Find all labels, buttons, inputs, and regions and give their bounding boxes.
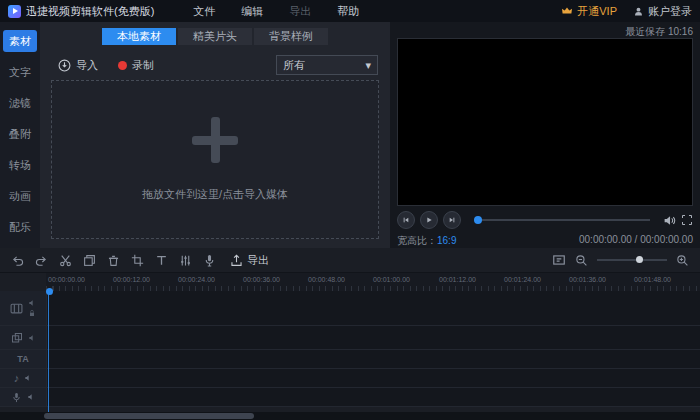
menu-help[interactable]: 帮助 — [337, 4, 359, 19]
crown-icon — [561, 5, 573, 17]
track-mute-icon[interactable] — [28, 299, 36, 307]
sidebar-item-overlay[interactable]: 叠附 — [3, 123, 37, 145]
timeline-ruler[interactable]: 00:00:00.00 00:00:12.00 00:00:24.00 00:0… — [46, 273, 700, 292]
track-mute-icon[interactable] — [24, 374, 32, 382]
voice-track-header[interactable] — [0, 388, 47, 406]
aspect-ratio-label: 宽高比： — [397, 235, 437, 246]
tab-background-samples[interactable]: 背景样例 — [254, 28, 328, 45]
delete-icon[interactable] — [106, 253, 121, 268]
open-vip-button[interactable]: 开通VIP — [561, 4, 617, 19]
timeline-tracks: TA ♪ — [0, 291, 700, 412]
playhead-line[interactable] — [48, 291, 49, 412]
tab-local-media[interactable]: 本地素材 — [102, 28, 176, 45]
zoom-slider[interactable] — [597, 259, 667, 261]
ruler-label: 00:01:24.00 — [504, 276, 541, 283]
timeline-zoom-controls — [551, 253, 690, 268]
sidebar-item-transition[interactable]: 转场 — [3, 154, 37, 176]
titlebar: 迅捷视频剪辑软件(免费版) 文件 编辑 导出 帮助 开通VIP 账户登录 — [0, 0, 700, 22]
aspect-ratio: 宽高比：16:9 — [397, 234, 456, 248]
redo-icon[interactable] — [34, 253, 49, 268]
track-mute-icon[interactable] — [27, 393, 35, 401]
music-track-lane[interactable] — [47, 369, 700, 387]
text-tool-icon[interactable] — [154, 253, 169, 268]
ruler-label: 00:00:24.00 — [178, 276, 215, 283]
text-track[interactable]: TA — [0, 350, 700, 369]
overlay-track[interactable] — [0, 326, 700, 350]
volume-icon[interactable] — [663, 214, 676, 227]
play-button[interactable] — [420, 211, 438, 229]
import-icon — [58, 59, 71, 72]
sidebar-item-media[interactable]: 素材 — [3, 30, 37, 52]
media-drop-area[interactable]: 拖放文件到这里/点击导入媒体 — [51, 80, 379, 239]
undo-icon[interactable] — [10, 253, 25, 268]
video-track-header[interactable] — [0, 291, 47, 325]
import-button[interactable]: 导入 — [58, 58, 98, 73]
sidebar-item-filter[interactable]: 滤镜 — [3, 92, 37, 114]
user-icon — [633, 6, 644, 17]
chevron-down-icon: ▾ — [365, 59, 371, 72]
overlay-track-header[interactable] — [0, 326, 47, 349]
preview-info-row: 宽高比：16:9 00:00:00.00 / 00:00:00.00 — [397, 234, 693, 248]
overlay-track-lane[interactable] — [47, 326, 700, 349]
media-filter-dropdown[interactable]: 所有 ▾ — [276, 55, 378, 75]
ruler-label: 00:00:00.00 — [48, 276, 85, 283]
fullscreen-icon[interactable] — [681, 214, 693, 226]
overlay-layers-icon — [11, 332, 23, 344]
record-label: 录制 — [132, 58, 154, 73]
microphone-icon[interactable] — [202, 253, 217, 268]
split-scissors-icon[interactable] — [58, 253, 73, 268]
text-track-icon: TA — [17, 354, 28, 364]
zoom-slider-handle[interactable] — [636, 256, 643, 263]
track-lock-icon[interactable] — [28, 309, 36, 317]
track-mute-icon[interactable] — [28, 334, 36, 342]
menu-edit[interactable]: 编辑 — [241, 4, 263, 19]
music-track-header[interactable]: ♪ — [0, 369, 47, 387]
fit-timeline-icon[interactable] — [551, 253, 566, 268]
export-button[interactable]: 导出 — [230, 253, 269, 268]
timeline-section: 导出 00:00:00.00 00:00:12.00 — [0, 248, 700, 420]
sidebar-item-animation[interactable]: 动画 — [3, 185, 37, 207]
scrollbar-thumb[interactable] — [44, 413, 254, 419]
next-frame-button[interactable] — [443, 211, 461, 229]
ruler-label: 00:00:12.00 — [113, 276, 150, 283]
seek-bar[interactable] — [474, 219, 650, 221]
drop-hint-text: 拖放文件到这里/点击导入媒体 — [142, 187, 288, 202]
film-icon — [10, 302, 23, 315]
sidebar-item-music[interactable]: 配乐 — [3, 216, 37, 238]
ruler-label: 00:01:48.00 — [634, 276, 671, 283]
text-track-lane[interactable] — [47, 350, 700, 368]
aspect-ratio-value[interactable]: 16:9 — [437, 235, 456, 246]
account-login-label: 账户登录 — [648, 4, 692, 19]
account-login-button[interactable]: 账户登录 — [633, 4, 692, 19]
tab-intro-templates[interactable]: 精美片头 — [178, 28, 252, 45]
zoom-in-icon[interactable] — [675, 253, 690, 268]
text-track-header[interactable]: TA — [0, 350, 47, 368]
crop-icon[interactable] — [130, 253, 145, 268]
ruler-label: 00:01:12.00 — [439, 276, 476, 283]
preview-panel: 最近保存 10:16 — [390, 22, 700, 248]
timeline-horizontal-scrollbar[interactable] — [0, 412, 700, 420]
app-title: 迅捷视频剪辑软件(免费版) — [26, 4, 154, 19]
playhead-handle[interactable] — [46, 288, 53, 295]
menu-file[interactable]: 文件 — [193, 4, 215, 19]
voice-track[interactable] — [0, 388, 700, 407]
main-area: 素材 文字 滤镜 叠附 转场 动画 配乐 本地素材 精美片头 背景样例 导入 — [0, 22, 700, 248]
zoom-out-icon[interactable] — [574, 253, 589, 268]
record-icon — [118, 61, 127, 70]
previous-frame-button[interactable] — [397, 211, 415, 229]
voice-track-lane[interactable] — [47, 388, 700, 406]
music-track[interactable]: ♪ — [0, 369, 700, 388]
record-button[interactable]: 录制 — [118, 58, 154, 73]
menu-export[interactable]: 导出 — [289, 4, 311, 19]
seek-handle[interactable] — [474, 216, 482, 224]
copy-icon[interactable] — [82, 253, 97, 268]
video-track[interactable] — [0, 291, 700, 326]
sidebar-item-text[interactable]: 文字 — [3, 61, 37, 83]
app-window: 迅捷视频剪辑软件(免费版) 文件 编辑 导出 帮助 开通VIP 账户登录 素材 — [0, 0, 700, 420]
timeline-toolbar: 导出 — [0, 248, 700, 273]
video-track-lane[interactable] — [47, 291, 700, 325]
ruler-label: 00:01:36.00 — [569, 276, 606, 283]
sidebar: 素材 文字 滤镜 叠附 转场 动画 配乐 — [0, 22, 40, 248]
audio-mixer-icon[interactable] — [178, 253, 193, 268]
media-toolbar: 导入 录制 所有 ▾ — [58, 55, 378, 75]
